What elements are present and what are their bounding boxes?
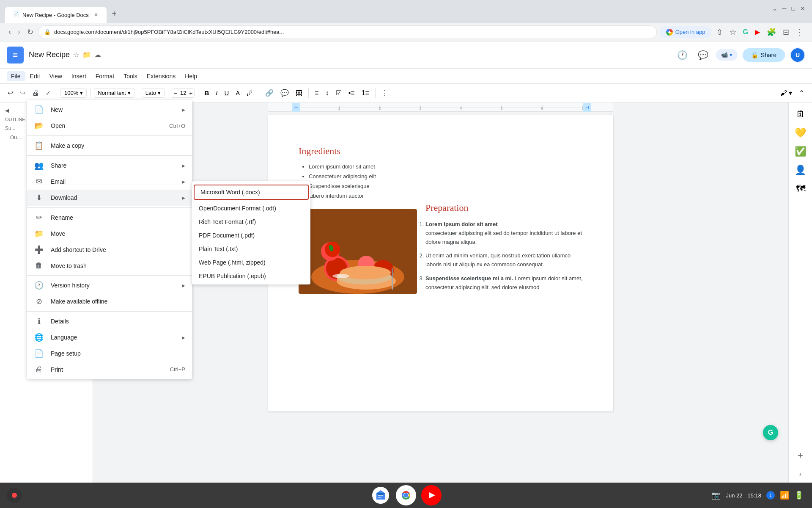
insert-comment-button[interactable]: 💬: [278, 87, 291, 99]
video-call-button[interactable]: 📹 ▾: [716, 49, 738, 61]
more-formatting-button[interactable]: ⋮: [379, 87, 391, 99]
font-selector[interactable]: Lato ▾: [142, 88, 165, 98]
zoom-selector[interactable]: 100% ▾: [60, 88, 87, 98]
highlight-button[interactable]: 🖊: [244, 88, 255, 98]
grammarly-nav-icon[interactable]: G: [741, 27, 750, 38]
recording-button[interactable]: [7, 488, 22, 503]
expand-sidebar-button[interactable]: ›: [792, 466, 809, 483]
files-app[interactable]: [370, 485, 391, 505]
font-size-display[interactable]: 12: [178, 90, 188, 96]
google-calendar-icon[interactable]: 🗓: [792, 106, 809, 123]
close-window-button[interactable]: ✕: [800, 5, 805, 12]
chrome-app[interactable]: [396, 485, 416, 505]
new-tab-button[interactable]: +: [108, 8, 120, 19]
google-keep-icon[interactable]: 💛: [792, 124, 809, 141]
download-epub[interactable]: EPUB Publication (.epub): [192, 269, 310, 283]
version-history-button[interactable]: 🕐: [675, 47, 690, 63]
download-odt[interactable]: OpenDocument Format (.odt): [192, 202, 310, 215]
open-in-app-button[interactable]: Open in app: [660, 26, 711, 38]
menu-item-trash[interactable]: 🗑 Move to trash: [27, 258, 192, 273]
menu-item-page-setup[interactable]: 📄 Page setup: [27, 345, 192, 362]
line-spacing-button[interactable]: ↕: [323, 88, 332, 99]
print-toolbar-button[interactable]: 🖨: [30, 88, 41, 99]
move-to-drive-button[interactable]: 📁: [82, 51, 91, 59]
text-color-button[interactable]: A: [233, 88, 242, 98]
menu-format[interactable]: Format: [91, 71, 118, 81]
doc-title[interactable]: New Recipe: [29, 50, 70, 59]
menu-tools[interactable]: Tools: [119, 71, 142, 81]
menu-item-details[interactable]: ℹ Details: [27, 313, 192, 329]
italic-button[interactable]: I: [213, 88, 220, 98]
maximize-button[interactable]: □: [792, 5, 795, 12]
menu-item-open[interactable]: 📂 Open Ctrl+O: [27, 118, 192, 134]
google-maps-icon[interactable]: 🗺: [792, 180, 809, 197]
spell-check-button[interactable]: ✓: [43, 88, 53, 98]
screenshot-button[interactable]: 📷: [711, 491, 721, 500]
add-apps-button[interactable]: +: [792, 447, 809, 464]
star-button[interactable]: ☆: [73, 51, 79, 59]
menu-item-rename[interactable]: ✏ Rename: [27, 210, 192, 226]
minimize-button[interactable]: ─: [782, 5, 787, 12]
check-list-button[interactable]: ☑: [333, 87, 344, 99]
menu-item-offline[interactable]: ⊘ Make available offline: [27, 293, 192, 309]
share-button[interactable]: 🔒 Share: [743, 48, 785, 62]
menu-help[interactable]: Help: [181, 71, 201, 81]
google-contacts-icon[interactable]: 👤: [792, 162, 809, 179]
notification-badge[interactable]: 1: [766, 491, 775, 500]
browser-menu-button[interactable]: ⋮: [794, 26, 805, 39]
align-button[interactable]: ≡: [312, 88, 321, 99]
menu-extensions[interactable]: Extensions: [143, 71, 180, 81]
decrease-font-button[interactable]: −: [174, 90, 177, 97]
font-size-area[interactable]: − 12 +: [172, 88, 195, 98]
bullet-list-button[interactable]: •≡: [346, 88, 357, 99]
collapse-toolbar-button[interactable]: ⌃: [796, 87, 807, 99]
menu-item-email[interactable]: ✉ Email ▶: [27, 174, 192, 190]
menu-item-share[interactable]: 👥 Share ▶: [27, 157, 192, 174]
address-bar[interactable]: 🔒 docs.google.com/document/d/1hj9op5PFOB…: [38, 25, 657, 39]
grammarly-button[interactable]: G: [763, 425, 778, 440]
styles-selector[interactable]: Normal text ▾: [94, 88, 134, 98]
menu-item-language[interactable]: 🌐 Language ▶: [27, 329, 192, 345]
battery-icon[interactable]: 🔋: [794, 491, 804, 500]
active-tab[interactable]: 📄 New Recipe - Google Docs ✕: [5, 7, 107, 23]
reload-button[interactable]: ↻: [25, 26, 35, 39]
menu-view[interactable]: View: [45, 71, 66, 81]
google-tasks-icon[interactable]: ✅: [792, 143, 809, 160]
download-pdf[interactable]: PDF Document (.pdf): [192, 229, 310, 242]
share-page-button[interactable]: ⇧: [715, 26, 724, 39]
numbered-list-button[interactable]: 1≡: [359, 88, 372, 99]
underline-button[interactable]: U: [222, 88, 231, 98]
comments-button[interactable]: 💬: [695, 47, 711, 63]
menu-insert[interactable]: Insert: [67, 71, 91, 81]
bookmark-button[interactable]: ☆: [728, 26, 738, 39]
menu-file[interactable]: File: [7, 71, 25, 81]
extensions-button[interactable]: 🧩: [765, 26, 778, 39]
link-button[interactable]: 🔗: [263, 87, 276, 99]
docs-logo[interactable]: ≡: [7, 47, 24, 64]
menu-item-make-copy[interactable]: 📋 Make a copy: [27, 138, 192, 154]
menu-item-move[interactable]: 📁 Move: [27, 226, 192, 242]
download-rtf[interactable]: Rich Text Format (.rtf): [192, 215, 310, 229]
forward-button[interactable]: ›: [16, 26, 22, 38]
youtube-nav-icon[interactable]: ▶: [753, 26, 762, 38]
tab-close[interactable]: ✕: [92, 11, 100, 19]
wifi-icon[interactable]: 📶: [780, 491, 789, 500]
redo-button[interactable]: ↪: [17, 87, 28, 99]
window-dropdown-button[interactable]: ⌄: [772, 5, 777, 12]
download-html[interactable]: Web Page (.html, zipped): [192, 256, 310, 269]
menu-item-download[interactable]: ⬇ Download ▶: [27, 190, 192, 206]
menu-item-add-shortcut[interactable]: ➕ Add shortcut to Drive: [27, 242, 192, 258]
download-word[interactable]: Microsoft Word (.docx): [194, 185, 309, 200]
menu-edit[interactable]: Edit: [26, 71, 44, 81]
menu-item-new[interactable]: 📄 New ▶: [27, 102, 192, 118]
menu-item-print[interactable]: 🖨 Print Ctrl+P: [27, 362, 192, 377]
insert-image-button[interactable]: 🖼: [293, 88, 305, 99]
menu-item-version-history[interactable]: 🕐 Version history ▶: [27, 277, 192, 293]
youtube-app[interactable]: [421, 485, 442, 505]
paint-format-button[interactable]: 🖌 ▾: [778, 87, 795, 99]
download-txt[interactable]: Plain Text (.txt): [192, 242, 310, 256]
avatar[interactable]: U: [790, 47, 805, 63]
back-button[interactable]: ‹: [7, 26, 13, 38]
undo-button[interactable]: ↩: [5, 87, 16, 99]
cloud-status-button[interactable]: ☁: [94, 51, 101, 59]
